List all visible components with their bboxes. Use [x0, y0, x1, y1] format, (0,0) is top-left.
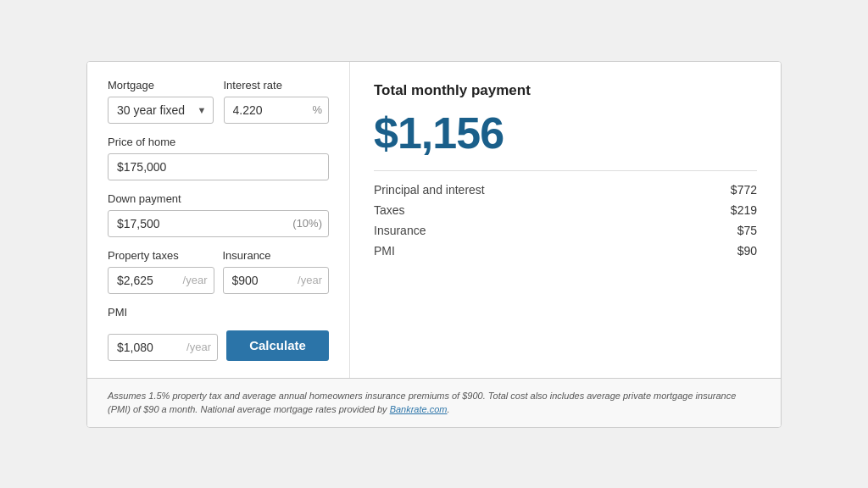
breakdown-row: Taxes$219	[374, 203, 757, 217]
breakdown-label: PMI	[374, 244, 395, 258]
breakdown-amount: $90	[737, 244, 757, 258]
taxes-wrapper: /year	[108, 267, 214, 294]
interest-group: Interest rate %	[224, 79, 330, 124]
pmi-wrapper: /year	[108, 334, 218, 361]
calculate-button[interactable]: Calculate	[226, 330, 329, 361]
pmi-label-group: PMI	[108, 306, 329, 324]
price-label: Price of home	[108, 136, 329, 148]
pmi-label: PMI	[108, 306, 329, 319]
mortgage-interest-row: Mortgage 30 year fixed15 year fixed5/1 A…	[108, 79, 329, 124]
insurance-wrapper: /year	[223, 267, 330, 294]
bankrate-link[interactable]: Bankrate.com	[390, 404, 448, 414]
insurance-input[interactable]	[223, 267, 330, 294]
taxes-label: Property taxes	[108, 249, 214, 262]
mortgage-select[interactable]: 30 year fixed15 year fixed5/1 ARM	[108, 97, 214, 124]
interest-wrapper: %	[224, 97, 330, 124]
breakdown-label: Insurance	[374, 224, 426, 237]
down-wrapper: (10%)	[108, 210, 329, 237]
breakdown-container: Principal and interest$772Taxes$219Insur…	[374, 183, 757, 258]
pmi-input[interactable]	[108, 334, 218, 361]
left-panel: Mortgage 30 year fixed15 year fixed5/1 A…	[87, 62, 350, 378]
pmi-calculate-row: /year Calculate	[108, 330, 329, 361]
mortgage-group: Mortgage 30 year fixed15 year fixed5/1 A…	[108, 79, 214, 124]
price-input[interactable]	[108, 153, 329, 180]
total-label: Total monthly payment	[374, 82, 757, 99]
breakdown-label: Taxes	[374, 203, 405, 217]
right-panel: Total monthly payment $1,156 Principal a…	[350, 62, 781, 378]
interest-label: Interest rate	[224, 79, 330, 92]
down-label: Down payment	[108, 192, 329, 205]
note-end: .	[448, 404, 450, 414]
pmi-group: /year	[108, 334, 218, 361]
insurance-group: Insurance /year	[223, 249, 330, 294]
divider	[374, 170, 757, 171]
breakdown-amount: $772	[731, 183, 757, 197]
top-section: Mortgage 30 year fixed15 year fixed5/1 A…	[87, 62, 781, 378]
breakdown-row: Principal and interest$772	[374, 183, 757, 197]
mortgage-select-wrapper: 30 year fixed15 year fixed5/1 ARM ▼	[108, 97, 214, 124]
breakdown-amount: $219	[731, 203, 757, 217]
main-card: Mortgage 30 year fixed15 year fixed5/1 A…	[86, 61, 782, 428]
breakdown-row: PMI$90	[374, 244, 757, 258]
breakdown-amount: $75	[737, 224, 757, 237]
price-group: Price of home	[108, 136, 329, 180]
taxes-group: Property taxes /year	[108, 249, 214, 294]
taxes-input[interactable]	[108, 267, 214, 294]
taxes-insurance-row: Property taxes /year Insurance /year	[108, 249, 329, 294]
down-input[interactable]	[108, 210, 329, 237]
interest-input[interactable]	[224, 97, 330, 124]
footer-note: Assumes 1.5% property tax and average an…	[87, 378, 781, 427]
insurance-label: Insurance	[223, 249, 330, 262]
page-wrapper: Mortgage 30 year fixed15 year fixed5/1 A…	[0, 44, 868, 445]
mortgage-label: Mortgage	[108, 79, 214, 92]
total-amount: $1,156	[374, 108, 757, 158]
breakdown-label: Principal and interest	[374, 183, 485, 197]
breakdown-row: Insurance$75	[374, 224, 757, 237]
down-group: Down payment (10%)	[108, 192, 329, 237]
